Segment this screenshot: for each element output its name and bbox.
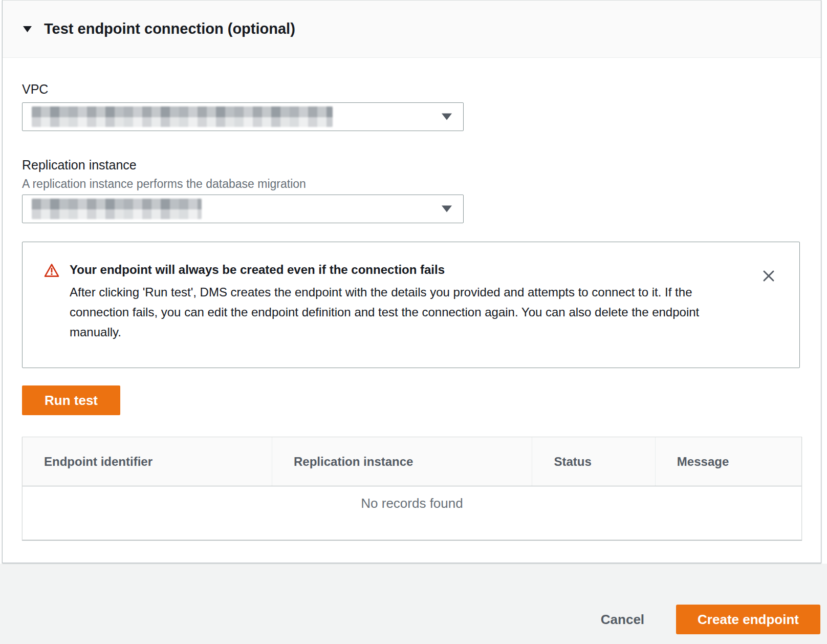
column-header-replication-instance: Replication instance <box>272 437 532 486</box>
footer-actions: Cancel Create endpoint <box>601 605 820 634</box>
replication-instance-description: A replication instance performs the data… <box>22 177 821 190</box>
replication-instance-label: Replication instance <box>22 158 821 172</box>
caret-down-icon <box>442 206 452 212</box>
vpc-select[interactable] <box>22 102 464 131</box>
warning-alert: Your endpoint will always be created eve… <box>22 242 800 368</box>
warning-triangle-icon <box>44 263 59 277</box>
vpc-selected-value-redacted <box>32 106 333 127</box>
column-header-status: Status <box>532 437 655 486</box>
column-header-endpoint-identifier: Endpoint identifier <box>23 437 272 486</box>
cancel-button[interactable]: Cancel <box>601 612 644 628</box>
triangle-down-icon <box>23 26 32 32</box>
table-header-row: Endpoint identifier Replication instance… <box>23 437 801 486</box>
alert-dismiss-button[interactable] <box>761 269 776 283</box>
alert-body: After clicking 'Run test', DMS creates t… <box>70 282 735 342</box>
section-title: Test endpoint connection (optional) <box>44 20 295 37</box>
test-endpoint-connection-panel: Test endpoint connection (optional) VPC … <box>2 0 821 563</box>
connection-results-table: Endpoint identifier Replication instance… <box>22 437 802 540</box>
create-endpoint-button[interactable]: Create endpoint <box>676 605 820 634</box>
caret-down-icon <box>442 114 452 120</box>
run-test-button[interactable]: Run test <box>22 385 120 415</box>
replication-selected-value-redacted <box>32 199 202 219</box>
empty-state-message: No records found <box>361 496 463 511</box>
alert-title: Your endpoint will always be created eve… <box>70 262 735 278</box>
column-header-message: Message <box>655 437 801 486</box>
vpc-label: VPC <box>22 82 821 96</box>
section-header-toggle[interactable]: Test endpoint connection (optional) <box>3 1 821 58</box>
replication-instance-select[interactable] <box>22 195 464 223</box>
close-icon <box>761 269 776 283</box>
